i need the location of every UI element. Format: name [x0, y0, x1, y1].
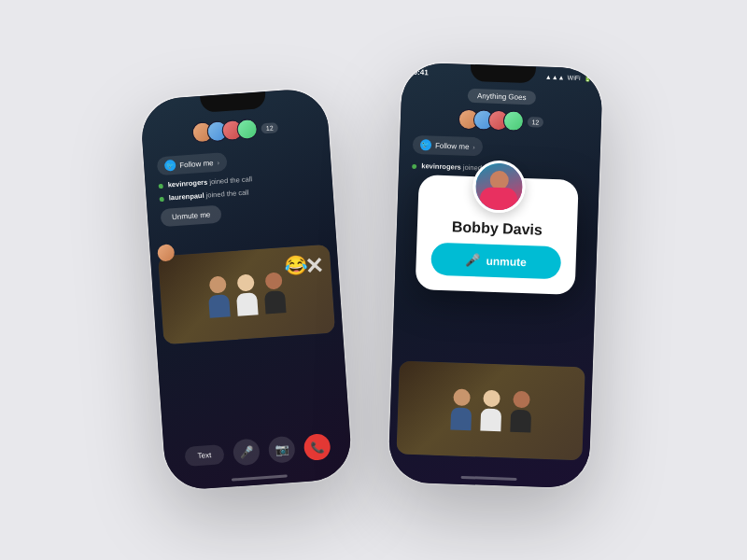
battery-icon: 🔋 — [583, 75, 591, 82]
follow-button-right[interactable]: Follow me › — [412, 135, 482, 157]
unmute-button-left[interactable]: Unmute me — [160, 205, 222, 228]
notch-right — [469, 64, 535, 83]
end-call-button[interactable]: 📞 — [303, 433, 331, 461]
dot-1 — [158, 183, 162, 188]
video-scene-right — [396, 360, 585, 460]
follow-arrow-left: › — [217, 159, 219, 165]
join-action-2: joined the call — [205, 189, 248, 200]
person-r1-body — [449, 407, 471, 430]
follow-text-left: Follow me — [178, 159, 213, 170]
follow-button-left[interactable]: Follow me › — [156, 152, 227, 175]
room-title-badge[interactable]: Anything Goes — [467, 89, 535, 105]
video-area-right — [396, 360, 585, 460]
person-r3-body — [509, 410, 530, 433]
modal-mic-icon: 🎤 — [465, 253, 481, 268]
follow-text-right: Follow me — [434, 141, 469, 150]
bottom-controls-left: Text 🎤 📷 📞 — [163, 432, 351, 471]
right-header: 12 — [400, 106, 601, 133]
status-time: 9:41 — [413, 68, 428, 77]
notch-left — [200, 91, 266, 113]
avatar-group-left — [191, 119, 258, 144]
follow-arrow-right: › — [472, 144, 475, 150]
person-r2-head — [482, 390, 500, 408]
username-2: laurenpaul — [168, 191, 204, 203]
username-right: kevinrogers — [421, 161, 461, 171]
participant-count-right: 12 — [527, 117, 543, 128]
dot-right — [412, 163, 416, 168]
camera-button-left[interactable]: 📷 — [268, 436, 296, 464]
status-icons: ▲▲▲ WiFi 🔋 — [544, 73, 591, 82]
signal-icon: ▲▲▲ — [544, 74, 564, 81]
phone-left: 12 Follow me › kevinrogers joined the ca… — [139, 88, 353, 492]
modal-user-name: Bobby Davis — [451, 218, 542, 238]
person-1-head — [208, 275, 226, 293]
video-scene-left: 😂 ✕ — [157, 245, 334, 345]
end-call-icon: 📞 — [310, 441, 325, 455]
dot-2 — [159, 196, 163, 201]
person-3-body — [263, 290, 286, 314]
person-1 — [206, 275, 230, 317]
room-title-text: Anything Goes — [476, 91, 526, 102]
avatar-r4 — [502, 110, 524, 132]
modal-avatar — [472, 160, 526, 214]
phone-left-inner: 12 Follow me › kevinrogers joined the ca… — [139, 88, 353, 492]
person-1-body — [208, 294, 231, 317]
home-bar-left — [231, 474, 287, 481]
join-msg-1: kevinrogers joined the call — [158, 175, 252, 189]
phone-right: 9:41 ▲▲▲ WiFi 🔋 Anything Goes — [388, 62, 603, 488]
modal-unmute-label: unmute — [486, 254, 527, 269]
person-2-body — [235, 292, 258, 315]
unmute-button-modal[interactable]: 🎤 unmute — [430, 243, 561, 280]
person-r3 — [509, 391, 531, 433]
home-bar-right — [460, 476, 516, 481]
join-msg-2: laurenpaul joined the call — [159, 189, 248, 203]
mic-icon-left: 🎤 — [239, 445, 254, 459]
text-button[interactable]: Text — [183, 444, 224, 467]
mic-button-left[interactable]: 🎤 — [233, 438, 261, 466]
person-3 — [262, 272, 286, 314]
phone-right-inner: 9:41 ▲▲▲ WiFi 🔋 Anything Goes — [388, 62, 603, 488]
person-r1 — [449, 388, 472, 430]
person-r1-head — [452, 388, 470, 406]
person-r2 — [479, 390, 501, 432]
avatar-body — [479, 187, 517, 210]
x-mark-left: ✕ — [303, 252, 324, 279]
modal-card: Bobby Davis 🎤 unmute — [415, 175, 578, 295]
participant-count-left: 12 — [261, 122, 278, 133]
person-r2-body — [479, 409, 500, 432]
twitter-icon-right — [419, 139, 430, 150]
username-1: kevinrogers — [167, 178, 207, 189]
camera-icon-left: 📷 — [275, 442, 289, 456]
join-msg-right: kevinrogers joined — [412, 161, 482, 173]
unmute-label-left: Unmute me — [171, 210, 210, 221]
person-r3-head — [512, 391, 529, 409]
twitter-icon-left — [163, 160, 176, 172]
person-3-head — [264, 272, 282, 289]
person-2 — [234, 273, 258, 315]
text-label: Text — [197, 451, 211, 460]
person-2-head — [236, 273, 254, 291]
wifi-icon: WiFi — [567, 75, 580, 81]
video-area-left: 😂 ✕ — [157, 245, 334, 345]
room-title-container: Anything Goes — [401, 86, 601, 106]
join-action-1: joined the call — [208, 175, 251, 186]
avatar-group-right — [458, 109, 524, 132]
scene: 12 Follow me › kevinrogers joined the ca… — [0, 0, 747, 560]
left-header: 12 — [141, 113, 329, 147]
